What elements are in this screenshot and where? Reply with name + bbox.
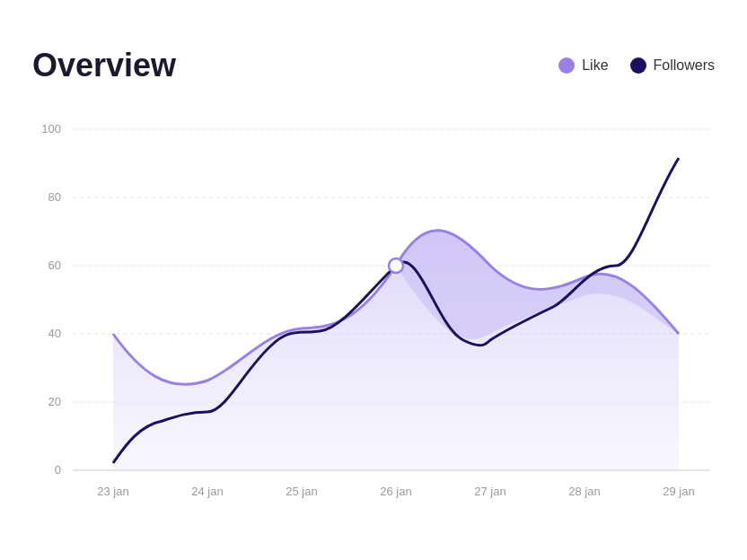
legend-item-like: Like xyxy=(558,57,608,74)
chart-header: Overview Like Followers xyxy=(32,47,715,84)
y-label-60: 60 xyxy=(48,258,61,272)
y-label-100: 100 xyxy=(41,122,61,136)
like-label: Like xyxy=(582,57,608,74)
chart-area: 0 20 40 60 80 100 23 jan 24 jan 25 jan 2… xyxy=(32,111,715,506)
y-label-20: 20 xyxy=(48,395,61,408)
y-label-0: 0 xyxy=(55,463,61,477)
y-label-80: 80 xyxy=(48,190,61,204)
chart-svg: 0 20 40 60 80 100 23 jan 24 jan 25 jan 2… xyxy=(32,111,715,506)
chart-title: Overview xyxy=(32,47,176,84)
x-label-27jan: 27 jan xyxy=(474,485,505,498)
legend: Like Followers xyxy=(558,57,715,74)
x-label-29jan: 29 jan xyxy=(663,485,694,498)
x-label-24jan: 24 jan xyxy=(191,485,223,498)
chart-container: Overview Like Followers 0 20 40 xyxy=(14,20,733,540)
y-label-40: 40 xyxy=(48,327,61,340)
x-label-28jan: 28 jan xyxy=(568,485,600,498)
legend-item-followers: Followers xyxy=(630,57,715,74)
followers-label: Followers xyxy=(654,57,715,74)
x-label-23jan: 23 jan xyxy=(97,485,128,498)
like-dot-icon xyxy=(558,57,575,74)
followers-dot-icon xyxy=(630,57,646,74)
x-label-25jan: 25 jan xyxy=(286,485,317,498)
highlight-point xyxy=(389,258,403,273)
x-label-26jan: 26 jan xyxy=(380,485,411,498)
